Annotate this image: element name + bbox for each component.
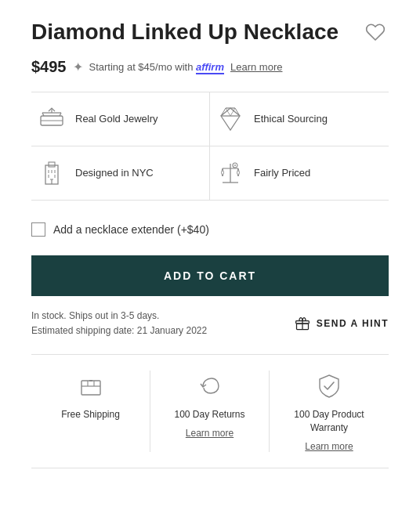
real-gold-icon <box>38 105 66 133</box>
svg-rect-31 <box>81 381 100 395</box>
returns-learn-more-link[interactable]: Learn more <box>186 428 234 439</box>
send-hint-button[interactable]: SEND A HINT <box>295 316 389 331</box>
product-title: Diamond Linked Up Necklace <box>31 20 339 44</box>
warranty-label: 100 Day Product Warranty <box>276 408 382 435</box>
returns-icon <box>194 371 226 402</box>
affirm-text: Starting at $45/mo with affirm <box>89 61 224 73</box>
returns-label: 100 Day Returns <box>174 408 244 421</box>
feature-ethical-sourcing: Ethical Sourcing <box>210 92 389 146</box>
sparkle-icon: ✦ <box>73 60 83 74</box>
price-row: $495 ✦ Starting at $45/mo with affirm Le… <box>31 58 389 76</box>
features-grid: Real Gold Jewelry Ethical Sourcing <box>31 92 389 201</box>
shipping-benefits-grid: Free Shipping 100 Day Returns Learn more… <box>31 354 389 452</box>
warranty-learn-more-link[interactable]: Learn more <box>305 441 353 452</box>
feature-fairly-priced: Fairly Priced <box>210 146 389 201</box>
feature-designed-nyc: Designed in NYC <box>31 146 210 201</box>
extender-label[interactable]: Add a necklace extender (+$40) <box>53 223 209 236</box>
stock-info: In stock. Ships out in 3-5 days. Estimat… <box>31 309 207 338</box>
product-price: $495 <box>31 58 67 76</box>
extender-row: Add a necklace extender (+$40) <box>31 216 389 243</box>
free-shipping-label: Free Shipping <box>61 408 120 421</box>
extender-checkbox[interactable] <box>31 222 45 237</box>
feature-fairly-priced-label: Fairly Priced <box>254 167 310 179</box>
feature-designed-nyc-label: Designed in NYC <box>75 167 154 179</box>
wishlist-button[interactable] <box>362 19 389 48</box>
free-shipping-icon <box>75 371 107 402</box>
affirm-learn-more-link[interactable]: Learn more <box>230 61 282 73</box>
nyc-icon <box>38 159 66 187</box>
add-to-cart-button[interactable]: ADD TO CART <box>31 255 389 296</box>
benefit-warranty: 100 Day Product Warranty Learn more <box>270 371 389 452</box>
affirm-logo: affirm <box>196 61 224 74</box>
stock-row: In stock. Ships out in 3-5 days. Estimat… <box>31 309 389 338</box>
svg-rect-14 <box>49 162 55 167</box>
fairly-priced-icon <box>216 159 244 187</box>
feature-ethical-sourcing-label: Ethical Sourcing <box>254 113 328 125</box>
bottom-divider <box>31 468 389 468</box>
feature-real-gold: Real Gold Jewelry <box>31 92 210 146</box>
gift-icon <box>295 316 310 331</box>
warranty-icon <box>313 371 345 402</box>
product-title-container: Diamond Linked Up Necklace <box>31 19 389 45</box>
benefit-free-shipping: Free Shipping <box>31 371 150 452</box>
feature-real-gold-label: Real Gold Jewelry <box>75 113 158 125</box>
heart-icon <box>365 22 386 42</box>
ethical-sourcing-icon <box>216 105 244 133</box>
benefit-returns: 100 Day Returns Learn more <box>150 371 270 452</box>
